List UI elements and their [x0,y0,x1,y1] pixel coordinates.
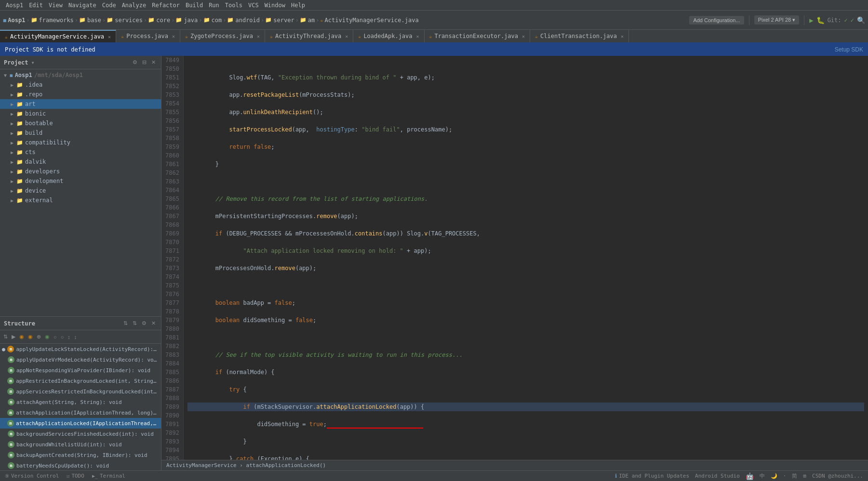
struct-btn7[interactable]: ○ [52,333,58,341]
struct-item-apprestricted[interactable]: m appRestrictedInBackgroundLocked(int, S… [0,376,161,386]
ide-updates-item[interactable]: ℹ IDE and Plugin Updates [615,473,689,479]
struct-btn4[interactable]: ◉ [27,333,34,341]
menu-item-build[interactable]: Build [183,2,206,9]
tab-transactionexecutor[interactable]: ☕ TransactionExecutor.java ✕ [425,30,530,42]
tree-build[interactable]: ▶ 📁 build [0,128,161,138]
bc-com[interactable]: 📁 com [203,17,222,24]
struct-item-attachapplocked[interactable]: m attachApplicationLocked(IApplicationTh… [0,418,161,429]
bc-base[interactable]: 📁 base [79,17,101,24]
struct-item-bgservices[interactable]: m backgroundServicesFinishedLocked(int):… [0,429,161,439]
struct-item-appnotresponding[interactable]: m appNotRespondingViaProvider(IBinder): … [0,365,161,376]
add-config-button[interactable]: Add Configuration... [689,16,744,25]
tree-bionic[interactable]: ▶ 📁 bionic [0,109,161,118]
struct-item-attachagent[interactable]: m attachAgent(String, String): void [0,397,161,407]
bc-file[interactable]: ☕ ActivityManagerService.java [320,17,419,24]
tree-root[interactable]: ▼ ◼ Aosp1 /mnt/sda/Aosp1 [0,70,161,80]
tab-loadedapk[interactable]: ☕ LoadedApk.java ✕ [353,30,424,42]
tab-close-process[interactable]: ✕ [172,34,175,39]
tree-compatibility[interactable]: ▶ 📁 compatibility [0,138,161,147]
tab-close-activitymanager[interactable]: ✕ [108,34,111,39]
struct-btn3[interactable]: ◉ [18,333,26,341]
panel-settings-btn[interactable]: ⚙ [131,59,139,66]
code-content[interactable]: Slog.wtf(TAG, "Exception thrown during b… [184,56,868,460]
bc-core[interactable]: 📁 core [148,17,170,24]
menu-item-file[interactable]: Aosp1 [3,2,26,9]
structure-settings-btn[interactable]: ⚙ [140,320,148,327]
menu-item-run[interactable]: Run [206,2,222,9]
tab-activitymanagerservice[interactable]: ☕ ActivityManagerService.java ✕ [0,30,116,42]
device-selector[interactable]: Pixel 2 API 28 ▾ [754,15,800,25]
project-label[interactable]: Aosp1 [8,17,25,24]
structure-close-btn[interactable]: ✕ [150,320,157,327]
menu-item-refactor[interactable]: Refactor [149,2,183,9]
git-check2[interactable]: ✓ [851,17,854,24]
tab-clienttransaction[interactable]: ☕ ClientTransaction.java ✕ [530,30,629,42]
menu-item-help[interactable]: Help [288,2,308,9]
tab-activitythread[interactable]: ☕ ActivityThread.java ✕ [265,30,353,42]
menu-item-analyze[interactable]: Analyze [119,2,149,9]
menu-item-navigate[interactable]: Navigate [66,2,99,9]
bc-server[interactable]: 📁 server [265,17,294,24]
tab-process[interactable]: ☕ Process.java ✕ [116,30,180,42]
setup-sdk-button[interactable]: Setup SDK [835,46,863,53]
terminal-item[interactable]: ▶_ Terminal [92,473,125,479]
struct-btn8[interactable]: ○ [59,333,66,341]
bc-android[interactable]: 📁 android [227,17,260,24]
toolbar-run-icon[interactable]: ▶ [809,16,813,24]
struct-item-applylockstate[interactable]: ● m applyUpdateLockStateLocked(ActivityR… [0,344,161,354]
structure-type-btn[interactable]: ⇅ [131,320,138,327]
structure-list[interactable]: ● m applyUpdateLockStateLocked(ActivityR… [0,344,161,470]
tree-development[interactable]: ▶ 📁 development [0,176,161,186]
toolbar-debug-icon[interactable]: 🐛 [816,16,825,24]
struct-btn1[interactable]: ⇅ [2,333,9,341]
struct-item-batterycpu[interactable]: m batteryNeedsCpuUpdate(): void [0,460,161,470]
panel-close-btn[interactable]: ✕ [150,59,157,66]
menu-item-window[interactable]: Window [262,2,288,9]
tree-cts[interactable]: ▶ 📁 cts [0,147,161,157]
version-control-item[interactable]: ⑨ Version Control [5,473,59,479]
bc-java[interactable]: 📁 java [175,17,198,24]
git-check[interactable]: ✓ [844,17,848,24]
project-tree[interactable]: ▼ ◼ Aosp1 /mnt/sda/Aosp1 ▶ 📁 .idea ▶ 📁 .… [0,69,161,316]
bc-frameworks[interactable]: 📁 frameworks [31,17,74,24]
struct-item-backupagent[interactable]: m backupAgentCreated(String, IBinder): v… [0,450,161,460]
menu-item-code[interactable]: Code [99,2,119,9]
panel-equalize-btn[interactable]: ⊟ [141,59,148,66]
tab-close-transactionexecutor[interactable]: ✕ [522,34,525,39]
tree-idea[interactable]: ▶ 📁 .idea [0,80,161,90]
project-dropdown-icon[interactable]: ▾ [31,59,35,66]
bc-am[interactable]: 📁 am [300,17,315,24]
struct-item-appservices[interactable]: m appServicesRestrictedInBackgroundLocke… [0,386,161,397]
struct-btn5[interactable]: ⊕ [35,333,42,341]
struct-btn9[interactable]: ↕ [66,333,72,341]
tree-device[interactable]: ▶ 📁 device [0,186,161,195]
struct-btn2[interactable]: ▶ [10,333,17,341]
struct-btn10[interactable]: ↕ [73,333,79,341]
struct-method-icon2: m [8,356,14,363]
tab-close-clienttransaction[interactable]: ✕ [621,34,624,39]
tab-close-zygote[interactable]: ✕ [257,34,260,39]
code-view[interactable]: 7849 7850 7851 7852 7853 7854 7855 7856 … [161,56,868,460]
menu-item-edit[interactable]: Edit [26,2,46,9]
menu-item-view[interactable]: View [46,2,66,9]
tab-close-activitythread[interactable]: ✕ [345,34,348,39]
toolbar-search[interactable]: 🔍 [857,16,865,24]
tree-repo[interactable]: ▶ 📁 .repo [0,90,161,99]
struct-item-applyvrmode[interactable]: m applyUpdateVrModeLocked(ActivityRecord… [0,354,161,365]
struct-item-bgwhitelist[interactable]: m backgroundWhitelistUid(int): void [0,439,161,450]
struct-item-attachapp[interactable]: m attachApplication(IApplicationThread, … [0,407,161,418]
struct-label-applylockstate: applyUpdateLockStateLocked(ActivityRecor… [16,346,159,352]
menu-item-vcs[interactable]: VCS [245,2,262,9]
struct-btn6[interactable]: ◉ [43,333,51,341]
tree-bootable[interactable]: ▶ 📁 bootable [0,118,161,128]
tree-dalvik[interactable]: ▶ 📁 dalvik [0,157,161,167]
tree-external[interactable]: ▶ 📁 external [0,195,161,205]
tab-zygote[interactable]: ☕ ZygoteProcess.java ✕ [180,30,265,42]
tree-developers[interactable]: ▶ 📁 developers [0,167,161,176]
tab-close-loadedapk[interactable]: ✕ [416,34,419,39]
todo-item[interactable]: ☑ TODO [67,473,84,479]
structure-sort-btn[interactable]: ⇅ [122,320,129,327]
bc-services[interactable]: 📁 services [107,17,143,24]
tree-art[interactable]: ▶ 📁 art [0,99,161,109]
menu-item-tools[interactable]: Tools [222,2,245,9]
